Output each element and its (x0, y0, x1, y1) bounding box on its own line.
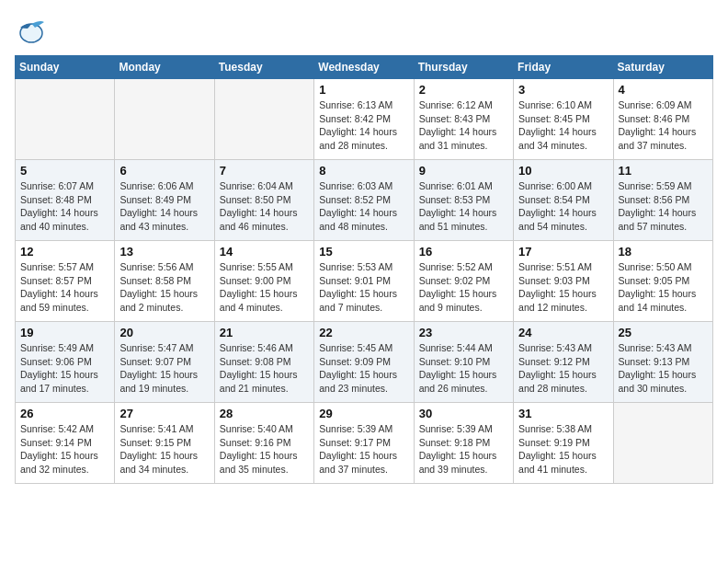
day-number: 27 (119, 407, 209, 420)
day-info: Sunrise: 5:43 AM Sunset: 9:12 PM Dayligh… (518, 341, 608, 396)
day-info: Sunrise: 6:01 AM Sunset: 8:53 PM Dayligh… (419, 179, 508, 234)
day-number: 25 (619, 326, 708, 339)
day-cell: 18Sunrise: 5:50 AM Sunset: 9:05 PM Dayli… (613, 241, 712, 322)
day-cell: 11Sunrise: 5:59 AM Sunset: 8:56 PM Dayli… (613, 160, 712, 241)
day-number: 21 (220, 326, 309, 339)
day-info: Sunrise: 5:42 AM Sunset: 9:14 PM Dayligh… (20, 422, 109, 477)
day-cell: 3Sunrise: 6:10 AM Sunset: 8:45 PM Daylig… (514, 79, 613, 160)
day-info: Sunrise: 5:55 AM Sunset: 9:00 PM Dayligh… (220, 260, 309, 315)
day-cell: 17Sunrise: 5:51 AM Sunset: 9:03 PM Dayli… (514, 241, 613, 322)
day-info: Sunrise: 5:46 AM Sunset: 9:08 PM Dayligh… (220, 341, 309, 396)
day-cell: 12Sunrise: 5:57 AM Sunset: 8:57 PM Dayli… (16, 241, 115, 322)
calendar-table: SundayMondayTuesdayWednesdayThursdayFrid… (15, 55, 713, 484)
col-header-friday: Friday (514, 56, 613, 79)
week-row-3: 12Sunrise: 5:57 AM Sunset: 8:57 PM Dayli… (16, 241, 713, 322)
day-info: Sunrise: 5:53 AM Sunset: 9:01 PM Dayligh… (319, 260, 408, 315)
day-cell: 5Sunrise: 6:07 AM Sunset: 8:48 PM Daylig… (16, 160, 115, 241)
week-row-4: 19Sunrise: 5:49 AM Sunset: 9:06 PM Dayli… (16, 322, 713, 403)
day-info: Sunrise: 6:03 AM Sunset: 8:52 PM Dayligh… (319, 179, 408, 234)
day-info: Sunrise: 5:39 AM Sunset: 9:18 PM Dayligh… (419, 422, 508, 477)
day-info: Sunrise: 5:45 AM Sunset: 9:09 PM Dayligh… (319, 341, 408, 396)
day-info: Sunrise: 5:52 AM Sunset: 9:02 PM Dayligh… (419, 260, 508, 315)
day-number: 1 (319, 83, 408, 97)
day-info: Sunrise: 6:13 AM Sunset: 8:42 PM Dayligh… (319, 98, 408, 153)
day-info: Sunrise: 5:41 AM Sunset: 9:15 PM Dayligh… (119, 422, 209, 477)
day-number: 13 (119, 245, 209, 259)
col-header-saturday: Saturday (613, 56, 712, 79)
day-number: 6 (119, 164, 209, 178)
day-cell: 26Sunrise: 5:42 AM Sunset: 9:14 PM Dayli… (16, 403, 115, 484)
day-number: 30 (419, 407, 508, 420)
week-row-5: 26Sunrise: 5:42 AM Sunset: 9:14 PM Dayli… (16, 403, 713, 484)
day-number: 8 (319, 164, 408, 178)
col-header-tuesday: Tuesday (214, 56, 313, 79)
day-cell: 22Sunrise: 5:45 AM Sunset: 9:09 PM Dayli… (314, 322, 414, 403)
day-cell: 7Sunrise: 6:04 AM Sunset: 8:50 PM Daylig… (214, 160, 313, 241)
day-cell: 30Sunrise: 5:39 AM Sunset: 9:18 PM Dayli… (414, 403, 513, 484)
day-info: Sunrise: 6:10 AM Sunset: 8:45 PM Dayligh… (518, 98, 608, 153)
day-info: Sunrise: 5:50 AM Sunset: 9:05 PM Dayligh… (619, 260, 708, 315)
day-number: 3 (518, 83, 608, 97)
day-cell: 10Sunrise: 6:00 AM Sunset: 8:54 PM Dayli… (514, 160, 613, 241)
day-cell: 24Sunrise: 5:43 AM Sunset: 9:12 PM Dayli… (514, 322, 613, 403)
day-number: 31 (518, 407, 608, 420)
day-cell (214, 79, 313, 160)
day-info: Sunrise: 5:39 AM Sunset: 9:17 PM Dayligh… (319, 422, 408, 477)
day-info: Sunrise: 5:38 AM Sunset: 9:19 PM Dayligh… (518, 422, 608, 477)
day-cell (613, 403, 712, 484)
day-info: Sunrise: 5:49 AM Sunset: 9:06 PM Dayligh… (20, 341, 109, 396)
day-number: 11 (619, 164, 708, 178)
day-number: 19 (20, 326, 109, 339)
day-info: Sunrise: 5:51 AM Sunset: 9:03 PM Dayligh… (518, 260, 608, 315)
day-info: Sunrise: 5:56 AM Sunset: 8:58 PM Dayligh… (119, 260, 209, 315)
day-cell: 15Sunrise: 5:53 AM Sunset: 9:01 PM Dayli… (314, 241, 414, 322)
page-header (15, 15, 713, 48)
day-cell: 1Sunrise: 6:13 AM Sunset: 8:42 PM Daylig… (314, 79, 414, 160)
day-number: 24 (518, 326, 608, 339)
day-number: 23 (419, 326, 508, 339)
day-info: Sunrise: 5:47 AM Sunset: 9:07 PM Dayligh… (119, 341, 209, 396)
day-cell (16, 79, 115, 160)
day-number: 16 (419, 245, 508, 259)
day-info: Sunrise: 6:12 AM Sunset: 8:43 PM Dayligh… (419, 98, 508, 153)
day-info: Sunrise: 5:43 AM Sunset: 9:13 PM Dayligh… (619, 341, 708, 396)
day-number: 14 (220, 245, 309, 259)
day-number: 15 (319, 245, 408, 259)
day-info: Sunrise: 6:04 AM Sunset: 8:50 PM Dayligh… (220, 179, 309, 234)
day-info: Sunrise: 6:00 AM Sunset: 8:54 PM Dayligh… (518, 179, 608, 234)
day-cell: 13Sunrise: 5:56 AM Sunset: 8:58 PM Dayli… (115, 241, 214, 322)
day-cell: 2Sunrise: 6:12 AM Sunset: 8:43 PM Daylig… (414, 79, 513, 160)
day-cell: 28Sunrise: 5:40 AM Sunset: 9:16 PM Dayli… (214, 403, 313, 484)
day-info: Sunrise: 6:06 AM Sunset: 8:49 PM Dayligh… (119, 179, 209, 234)
day-cell: 19Sunrise: 5:49 AM Sunset: 9:06 PM Dayli… (16, 322, 115, 403)
day-info: Sunrise: 5:40 AM Sunset: 9:16 PM Dayligh… (220, 422, 309, 477)
day-info: Sunrise: 5:44 AM Sunset: 9:10 PM Dayligh… (419, 341, 508, 396)
day-info: Sunrise: 6:09 AM Sunset: 8:46 PM Dayligh… (619, 98, 708, 153)
day-cell: 8Sunrise: 6:03 AM Sunset: 8:52 PM Daylig… (314, 160, 414, 241)
day-cell: 4Sunrise: 6:09 AM Sunset: 8:46 PM Daylig… (613, 79, 712, 160)
day-cell: 29Sunrise: 5:39 AM Sunset: 9:17 PM Dayli… (314, 403, 414, 484)
day-cell: 9Sunrise: 6:01 AM Sunset: 8:53 PM Daylig… (414, 160, 513, 241)
day-number: 4 (619, 83, 708, 97)
day-cell: 14Sunrise: 5:55 AM Sunset: 9:00 PM Dayli… (214, 241, 313, 322)
week-row-2: 5Sunrise: 6:07 AM Sunset: 8:48 PM Daylig… (16, 160, 713, 241)
day-number: 18 (619, 245, 708, 259)
day-number: 26 (20, 407, 109, 420)
header-row: SundayMondayTuesdayWednesdayThursdayFrid… (16, 56, 713, 79)
day-cell: 6Sunrise: 6:06 AM Sunset: 8:49 PM Daylig… (115, 160, 214, 241)
day-number: 5 (20, 164, 109, 178)
day-number: 17 (518, 245, 608, 259)
day-number: 20 (119, 326, 209, 339)
day-number: 7 (220, 164, 309, 178)
day-cell: 16Sunrise: 5:52 AM Sunset: 9:02 PM Dayli… (414, 241, 513, 322)
col-header-sunday: Sunday (16, 56, 115, 79)
day-cell: 20Sunrise: 5:47 AM Sunset: 9:07 PM Dayli… (115, 322, 214, 403)
day-cell: 31Sunrise: 5:38 AM Sunset: 9:19 PM Dayli… (514, 403, 613, 484)
col-header-wednesday: Wednesday (314, 56, 414, 79)
day-info: Sunrise: 5:57 AM Sunset: 8:57 PM Dayligh… (20, 260, 109, 315)
day-number: 28 (220, 407, 309, 420)
day-number: 2 (419, 83, 508, 97)
week-row-1: 1Sunrise: 6:13 AM Sunset: 8:42 PM Daylig… (16, 79, 713, 160)
day-cell: 23Sunrise: 5:44 AM Sunset: 9:10 PM Dayli… (414, 322, 513, 403)
day-cell: 21Sunrise: 5:46 AM Sunset: 9:08 PM Dayli… (214, 322, 313, 403)
